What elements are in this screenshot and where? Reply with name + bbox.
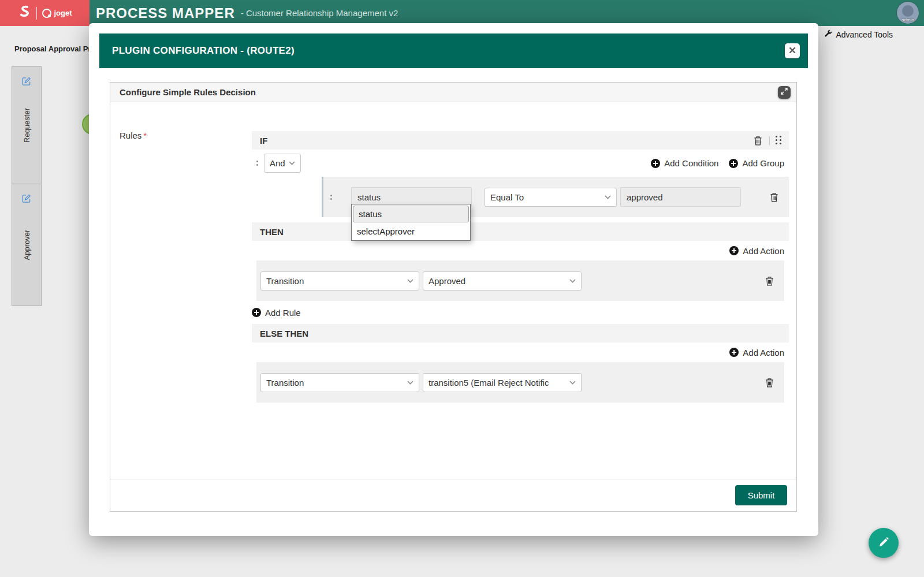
pencil-icon <box>878 537 889 550</box>
joget-ring-icon <box>42 9 51 18</box>
page-title: PROCESS MAPPER <box>96 5 235 21</box>
add-group-button[interactable]: Add Group <box>729 158 784 168</box>
wrench-icon <box>824 29 832 39</box>
else-action-row: Transition transition5 (Email Reject Not… <box>256 362 784 403</box>
add-action-button[interactable]: Add Action <box>729 348 784 358</box>
action-target-select[interactable]: transition5 (Email Reject Notific <box>423 373 582 392</box>
dropdown-option-selectapprover[interactable]: selectApprover <box>352 223 470 240</box>
add-condition-button[interactable]: Add Condition <box>651 158 718 168</box>
condition-group-row: And Add Condition Add Group <box>252 150 789 177</box>
delete-condition-icon[interactable] <box>769 191 780 203</box>
plus-icon <box>651 159 660 168</box>
joget-brand-text: joget <box>54 9 72 17</box>
then-add-action-row: Add Action <box>252 241 789 260</box>
brand-divider <box>36 7 37 20</box>
chevron-down-icon <box>569 279 576 283</box>
condition-row: Equal To status selectApprover <box>322 177 789 217</box>
topbar: joget PROCESS MAPPER - Customer Relation… <box>0 0 924 26</box>
plus-icon <box>729 348 739 357</box>
close-button[interactable] <box>785 43 800 58</box>
modal-title: PLUGIN CONFIGURATION - (ROUTE2) <box>112 45 295 57</box>
page-subtitle: - Customer Relationship Management v2 <box>241 8 398 18</box>
panel-header: Configure Simple Rules Decision <box>110 83 796 102</box>
else-add-action-row: Add Action <box>252 343 789 362</box>
action-target-select[interactable]: Approved <box>423 271 582 291</box>
lane-approver: Approver <box>12 184 42 306</box>
if-section-bar: IF <box>252 131 789 150</box>
else-then-label: ELSE THEN <box>260 329 308 338</box>
joget-logo: joget <box>42 9 72 18</box>
advanced-tools-label: Advanced Tools <box>836 30 893 39</box>
delete-action-icon[interactable] <box>764 275 775 287</box>
brand-block: joget <box>0 0 90 26</box>
floating-edit-button[interactable] <box>869 528 899 558</box>
panel-footer: Submit <box>110 479 796 511</box>
condition-value-input[interactable] <box>620 187 741 207</box>
then-section-bar: THEN <box>252 222 789 241</box>
advanced-tools-button[interactable]: Advanced Tools <box>824 29 893 39</box>
required-asterisk: * <box>143 131 147 140</box>
rules-builder: IF And <box>252 131 789 403</box>
lane-requester: Requester <box>12 66 42 184</box>
add-rule-button[interactable]: Add Rule <box>252 308 301 318</box>
condition-operator-select[interactable]: Equal To <box>485 188 617 207</box>
close-icon <box>789 47 796 55</box>
expand-button[interactable] <box>778 86 791 99</box>
dropdown-option-status[interactable]: status <box>353 206 469 222</box>
divider <box>769 136 770 145</box>
plus-icon <box>729 159 738 168</box>
configure-rules-panel: Configure Simple Rules Decision Rules* I… <box>110 82 797 512</box>
chevron-down-icon <box>407 279 413 283</box>
avatar-username: admin <box>897 17 919 23</box>
then-action-row: Transition Approved <box>256 260 784 301</box>
if-label: IF <box>260 136 267 146</box>
drag-dots-icon[interactable] <box>256 161 258 162</box>
chevron-down-icon <box>407 381 413 385</box>
edit-lane-icon[interactable] <box>22 76 32 88</box>
submit-button[interactable]: Submit <box>735 485 787 505</box>
joget-link-icon <box>17 4 31 23</box>
expand-icon <box>781 88 788 96</box>
plus-icon <box>252 308 261 317</box>
screen: Proposal Approval Pr Advanced Tools Requ… <box>0 0 924 577</box>
chevron-down-icon <box>289 161 295 165</box>
lane-label: Requester <box>23 108 31 143</box>
add-rule-row: Add Rule <box>252 301 789 324</box>
edit-lane-icon[interactable] <box>22 193 32 206</box>
panel-title: Configure Simple Rules Decision <box>120 87 256 97</box>
chevron-down-icon <box>605 195 611 199</box>
lane-label: Approver <box>23 230 31 260</box>
rules-field-label: Rules* <box>120 131 147 140</box>
avatar[interactable]: admin <box>897 2 919 24</box>
chevron-down-icon <box>569 381 576 385</box>
plus-icon <box>729 246 739 255</box>
then-label: THEN <box>260 227 284 237</box>
add-action-button[interactable]: Add Action <box>729 246 784 256</box>
field-options-dropdown: status selectApprover <box>351 204 471 241</box>
action-type-select[interactable]: Transition <box>260 271 419 291</box>
else-then-section-bar: ELSE THEN <box>252 324 789 343</box>
action-type-select[interactable]: Transition <box>260 373 419 392</box>
join-operator-select[interactable]: And <box>264 154 301 173</box>
plugin-configuration-modal: PLUGIN CONFIGURATION - (ROUTE2) Configur… <box>89 23 818 536</box>
drag-dots-icon[interactable] <box>330 195 332 196</box>
app-title: PROCESS MAPPER - Customer Relationship M… <box>96 0 398 26</box>
tab-proposal-approval-process[interactable]: Proposal Approval Pr <box>14 44 91 53</box>
delete-rule-icon[interactable] <box>752 135 763 147</box>
drag-handle-icon[interactable] <box>776 136 782 145</box>
modal-header: PLUGIN CONFIGURATION - (ROUTE2) <box>99 33 808 68</box>
delete-action-icon[interactable] <box>764 377 775 389</box>
